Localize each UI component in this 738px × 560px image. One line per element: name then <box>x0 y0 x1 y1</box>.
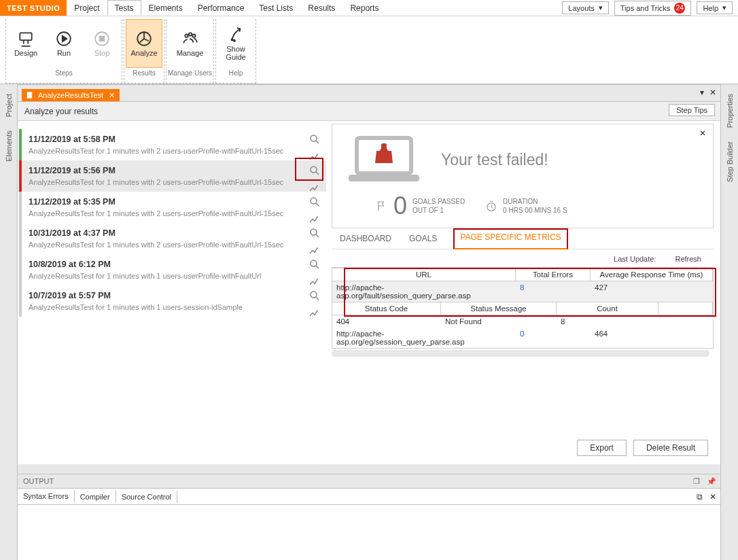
svg-point-16 <box>311 292 317 298</box>
status-title: Your test failed! <box>441 151 702 169</box>
menu-reports[interactable]: Reports <box>342 0 386 16</box>
document-tabs: AnalyzeResultsTest ✕ ▾ ✕ <box>18 84 720 102</box>
run-title: 11/12/2019 at 5:56 PM <box>29 166 322 175</box>
run-title: 10/8/2019 at 6:12 PM <box>29 260 322 269</box>
run-item[interactable]: 10/8/2019 at 6:12 PMAnalyzeResultsTest f… <box>19 254 326 285</box>
run-item[interactable]: 11/12/2019 at 5:58 PMAnalyzeResultsTest … <box>19 129 326 160</box>
errors-link[interactable]: 0 <box>516 328 591 348</box>
run-desc: AnalyzeResultsTest for 1 minutes with 2 … <box>29 241 322 249</box>
run-item[interactable]: 10/7/2019 at 5:57 PMAnalyzeResultsTest f… <box>19 285 326 317</box>
tab-dashboard[interactable]: DASHBOARD <box>338 228 393 249</box>
window-icon[interactable]: ❐ <box>693 477 700 486</box>
col-avg[interactable]: Average Response Time (ms) <box>591 268 713 281</box>
menu-performance[interactable]: Performance <box>190 0 252 16</box>
svg-point-5 <box>185 35 188 37</box>
output-panel: OUTPUT ❐ 📌 Syntax Errors Compiler Source… <box>18 474 720 560</box>
magnify-icon[interactable] <box>309 196 321 208</box>
close-status-icon[interactable]: ✕ <box>699 128 706 138</box>
brand: TEST STUDIO <box>0 0 67 16</box>
close-tab-icon[interactable]: ✕ <box>107 91 116 99</box>
table-row[interactable]: http://apache-asp.org/eg/session_query_p… <box>332 328 713 348</box>
errors-link[interactable]: 8 <box>516 281 591 302</box>
flag-icon <box>376 198 388 213</box>
run-desc: AnalyzeResultsTest for 1 minutes with 2 … <box>29 147 322 155</box>
dock-elements[interactable]: Elements <box>5 130 13 162</box>
pin-icon[interactable]: 📌 <box>707 477 716 486</box>
ribbon: Design Run Stop Steps Analyze Results Ma… <box>0 16 738 84</box>
col-errors[interactable]: Total Errors <box>516 268 591 281</box>
dock-step-builder[interactable]: Step Builder <box>726 141 734 182</box>
run-desc: AnalyzeResultsTest for 1 minutes with 1 … <box>29 272 322 280</box>
menu-tests[interactable]: Tests <box>107 0 141 16</box>
page-subtitle: Analyze your results <box>24 107 98 116</box>
menu-project[interactable]: Project <box>67 0 107 16</box>
run-desc: AnalyzeResultsTest for 1 minutes with 1 … <box>29 303 322 311</box>
svg-point-13 <box>311 198 317 204</box>
document-icon <box>26 91 34 99</box>
runs-scrollbar[interactable] <box>22 464 321 471</box>
table-row[interactable]: http://apache-asp.org/fault/session_quer… <box>332 281 713 302</box>
svg-rect-10 <box>27 92 32 99</box>
run-item[interactable]: 11/12/2019 at 5:35 PMAnalyzeResultsTest … <box>19 192 326 223</box>
run-title: 11/12/2019 at 5:35 PM <box>29 197 322 207</box>
magnify-icon[interactable] <box>309 258 321 270</box>
menu-elements[interactable]: Elements <box>141 0 190 16</box>
trend-icon[interactable] <box>309 307 321 319</box>
dock-project[interactable]: Project <box>5 94 13 117</box>
svg-point-9 <box>234 40 235 41</box>
tab-goals[interactable]: GOALS <box>408 228 438 249</box>
metrics-table: URL Total Errors Average Response Time (… <box>332 267 714 349</box>
goals-passed-value: 0 <box>393 194 407 218</box>
chevron-down-icon: ▾ <box>599 3 603 12</box>
close-all-icon[interactable]: ✕ <box>709 88 716 97</box>
h-scrollbar[interactable] <box>332 350 709 357</box>
run-item[interactable]: 11/12/2019 at 5:56 PMAnalyzeResultsTest … <box>19 160 326 192</box>
help-dropdown[interactable]: Help▾ <box>697 1 733 14</box>
run-item[interactable]: 10/31/2019 at 4:37 PMAnalyzeResultsTest … <box>19 223 326 254</box>
manage-users-button[interactable]: Manage <box>172 19 209 68</box>
layouts-dropdown[interactable]: Layouts▾ <box>562 1 609 14</box>
tips-button[interactable]: Tips and Tricks24 <box>614 1 692 16</box>
export-button[interactable]: Export <box>577 440 627 456</box>
svg-point-8 <box>232 39 233 41</box>
run-title: 11/12/2019 at 5:58 PM <box>29 135 322 144</box>
magnify-icon[interactable] <box>309 164 321 177</box>
menu-results[interactable]: Results <box>300 0 342 16</box>
metric-tabs: DASHBOARD GOALS PAGE SPECIFIC METRICS <box>332 228 714 249</box>
magnify-icon[interactable] <box>309 290 321 302</box>
output-tab-source[interactable]: Source Control <box>116 491 177 503</box>
run-desc: AnalyzeResultsTest for 1 minutes with 2 … <box>29 178 322 186</box>
right-dock: Properties Step Builder <box>720 84 738 560</box>
run-title: 10/31/2019 at 4:37 PM <box>29 228 322 238</box>
step-tips-button[interactable]: Step Tips <box>669 104 715 116</box>
magnify-icon[interactable] <box>309 133 321 145</box>
run-button[interactable]: Run <box>46 19 82 68</box>
tab-page-metrics[interactable]: PAGE SPECIFIC METRICS <box>453 228 567 249</box>
analyze-button[interactable]: Analyze <box>126 19 162 68</box>
sub-row: 404 Not Found 8 <box>332 315 713 328</box>
output-tab-syntax[interactable]: Syntax Errors <box>17 490 75 503</box>
design-button[interactable]: Design <box>7 19 44 68</box>
last-update-label: Last Update: <box>614 255 656 263</box>
status-card: Your test failed! ✕ 0 GOALS PASSEDOUT OF… <box>332 124 714 228</box>
runs-list: 11/12/2019 at 5:58 PMAnalyzeResultsTest … <box>18 121 326 464</box>
laptop-fail-icon <box>343 133 425 187</box>
tab-options-icon[interactable]: ▾ <box>700 88 704 97</box>
show-guide-button[interactable]: Show Guide <box>217 19 254 68</box>
dock-properties[interactable]: Properties <box>726 94 734 128</box>
refresh-link[interactable]: Refresh <box>675 255 701 263</box>
clock-icon <box>485 198 497 213</box>
svg-rect-3 <box>100 37 105 41</box>
chevron-down-icon: ▾ <box>722 3 726 12</box>
magnify-icon[interactable] <box>309 227 321 239</box>
delete-result-button[interactable]: Delete Result <box>633 440 708 456</box>
col-url[interactable]: URL <box>332 268 516 281</box>
stop-button: Stop <box>84 19 120 68</box>
clear-icon[interactable]: ✕ <box>709 492 716 502</box>
output-tab-compiler[interactable]: Compiler <box>74 491 116 503</box>
svg-point-12 <box>311 167 317 173</box>
file-tab[interactable]: AnalyzeResultsTest ✕ <box>22 89 120 101</box>
menu-testlists[interactable]: Test Lists <box>251 0 300 16</box>
copy-icon[interactable]: ⧉ <box>697 492 703 502</box>
svg-point-14 <box>311 229 317 235</box>
